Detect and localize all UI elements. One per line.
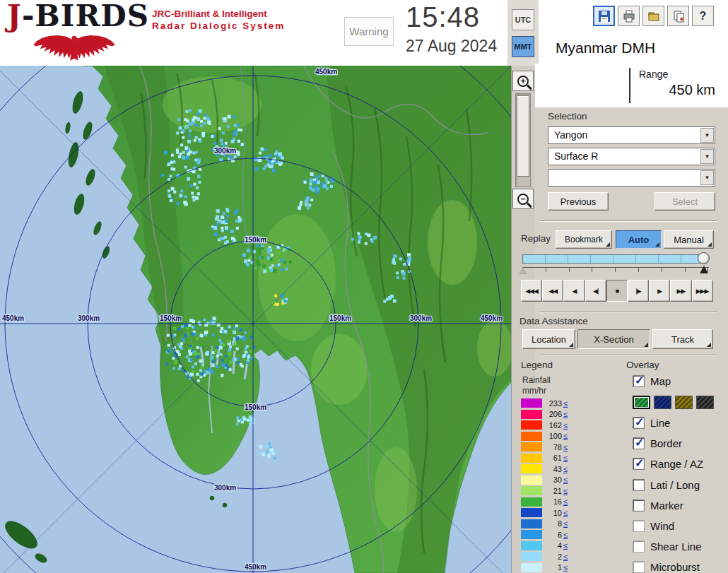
playback-step-back-button[interactable]: ◀| xyxy=(585,280,606,302)
legend-row: 30≤ xyxy=(521,475,586,486)
legend-threshold-link[interactable]: ≤ xyxy=(563,432,568,440)
legend-row: 6≤ xyxy=(521,529,586,540)
option-dropdown[interactable]: ▼ xyxy=(548,169,715,187)
legend-threshold-link[interactable]: ≤ xyxy=(563,487,568,495)
legend-value: 206 xyxy=(542,410,562,418)
legend-threshold-link[interactable]: ≤ xyxy=(563,563,568,572)
copy-image-button[interactable] xyxy=(667,6,689,26)
legend-color-swatch xyxy=(521,497,542,507)
map-pattern-option-1[interactable] xyxy=(633,396,650,409)
legend-color-swatch xyxy=(521,442,542,451)
overlay-label: Shear Line xyxy=(650,540,702,553)
previous-button[interactable]: Previous xyxy=(548,192,609,211)
overlay-item-border: ✓Border xyxy=(633,433,728,454)
border-checkbox[interactable]: ✓ xyxy=(633,437,645,449)
station-title: Myanmar DMH xyxy=(556,40,655,57)
map-pattern-option-4[interactable] xyxy=(696,396,714,409)
product-dropdown[interactable]: Surface R ▼ xyxy=(548,148,715,165)
help-button[interactable]: ? xyxy=(692,6,714,26)
marker-checkbox[interactable] xyxy=(633,500,645,512)
chevron-down-icon[interactable]: ▼ xyxy=(700,149,714,164)
print-button[interactable] xyxy=(618,6,640,26)
mmt-toggle-button[interactable]: MMT xyxy=(512,36,534,57)
track-button[interactable]: Track xyxy=(652,329,713,349)
legend-value: 2 xyxy=(542,553,562,561)
svg-text:150km: 150km xyxy=(245,403,266,411)
radar-map[interactable]: 450km300km150km450km300km150km150km300km… xyxy=(0,66,511,573)
legend-value: 4 xyxy=(542,541,562,550)
legend-threshold-link[interactable]: ≤ xyxy=(563,497,568,506)
line-checkbox[interactable]: ✓ xyxy=(633,417,645,429)
legend-row: 162≤ xyxy=(521,420,586,431)
zoom-in-button[interactable]: + xyxy=(512,71,534,91)
legend-row: 21≤ xyxy=(521,485,586,497)
legend-threshold-link[interactable]: ≤ xyxy=(563,443,568,451)
legend-value: 1 xyxy=(542,563,562,572)
legend-threshold-link[interactable]: ≤ xyxy=(563,421,568,430)
legend-threshold-link[interactable]: ≤ xyxy=(563,509,568,517)
svg-text:150km: 150km xyxy=(329,314,351,322)
radar-map-canvas: 450km300km150km450km300km150km150km300km… xyxy=(0,66,511,573)
legend-color-swatch xyxy=(521,530,542,539)
playback-play-button[interactable]: ▶ xyxy=(649,280,670,302)
zoom-in-icon: + xyxy=(517,76,529,87)
divider xyxy=(539,355,717,356)
overlay-item-wind: Wind xyxy=(633,516,728,536)
legend-threshold-link[interactable]: ≤ xyxy=(563,399,568,408)
site-dropdown[interactable]: Yangon ▼ xyxy=(548,126,715,144)
timeline-start-marker[interactable] xyxy=(519,267,527,274)
timeline-end-marker[interactable] xyxy=(700,266,708,273)
chevron-down-icon[interactable]: ▼ xyxy=(700,170,714,185)
legend-threshold-link[interactable]: ≤ xyxy=(563,454,568,462)
playback-fast-rewind-button[interactable]: ◀◀◀ xyxy=(521,280,542,302)
manual-replay-button[interactable]: Manual xyxy=(664,230,714,249)
location-button[interactable]: Location xyxy=(522,329,575,349)
zoom-slider-thumb[interactable] xyxy=(517,95,529,177)
map-checkbox[interactable]: ✓ xyxy=(633,375,645,387)
bookmark-button[interactable]: Bookmark xyxy=(556,230,612,249)
copy-icon xyxy=(671,9,686,23)
legend-threshold-link[interactable]: ≤ xyxy=(563,541,568,550)
replay-timeline-track[interactable] xyxy=(522,254,703,264)
check-icon: ✓ xyxy=(635,436,644,449)
range-az-checkbox[interactable]: ✓ xyxy=(633,458,645,470)
playback-step-forward-button[interactable]: |▶ xyxy=(628,280,649,302)
legend-row: 233≤ xyxy=(521,398,586,409)
data-assistance-label: Data Assistance xyxy=(519,316,588,326)
replay-timeline-thumb[interactable] xyxy=(698,252,710,264)
selection-label: Selection xyxy=(548,111,587,122)
legend-unit-line1: Rainfall xyxy=(522,375,551,385)
auto-replay-button[interactable]: Auto xyxy=(616,230,662,249)
legend-color-swatch xyxy=(521,563,542,572)
legend-value: 30 xyxy=(542,475,562,484)
playback-fastest-forward-button[interactable]: ▶▶▶ xyxy=(692,280,713,302)
warning-indicator[interactable]: Warning xyxy=(344,17,394,46)
legend-threshold-link[interactable]: ≤ xyxy=(563,410,568,418)
utc-toggle-button[interactable]: UTC xyxy=(512,9,534,30)
open-file-button[interactable] xyxy=(642,6,664,26)
zoom-out-button[interactable]: − xyxy=(512,189,534,209)
overlay-label: Microburst xyxy=(650,561,700,573)
overlay-item-shear-line: Shear Line xyxy=(633,536,728,557)
map-pattern-option-2[interactable] xyxy=(654,396,671,409)
legend-threshold-link[interactable]: ≤ xyxy=(563,553,568,561)
legend-threshold-link[interactable]: ≤ xyxy=(563,519,568,528)
x-section-button[interactable]: X-Section xyxy=(577,329,650,349)
playback-fast-forward-button[interactable]: ▶▶ xyxy=(670,280,691,302)
legend-row: 43≤ xyxy=(521,463,586,475)
save-button[interactable] xyxy=(593,6,615,26)
playback-stop-button[interactable]: ■ xyxy=(606,280,628,302)
legend-row: 8≤ xyxy=(521,519,586,530)
playback-rewind-button[interactable]: ◀◀ xyxy=(542,280,563,302)
chevron-down-icon[interactable]: ▼ xyxy=(700,128,714,143)
microburst-checkbox xyxy=(633,561,645,573)
legend-value: 162 xyxy=(542,421,562,430)
legend-threshold-link[interactable]: ≤ xyxy=(563,475,568,484)
legend-threshold-link[interactable]: ≤ xyxy=(563,465,568,473)
legend-threshold-link[interactable]: ≤ xyxy=(563,531,568,539)
playback-reverse-play-button[interactable]: ◀ xyxy=(563,280,585,302)
legend-color-swatch xyxy=(521,432,542,441)
lati-long-checkbox[interactable] xyxy=(633,479,645,491)
overlay-options: ✓Line✓Border✓Range / AZLati / LongMarker… xyxy=(633,413,728,573)
map-pattern-option-3[interactable] xyxy=(675,396,693,409)
